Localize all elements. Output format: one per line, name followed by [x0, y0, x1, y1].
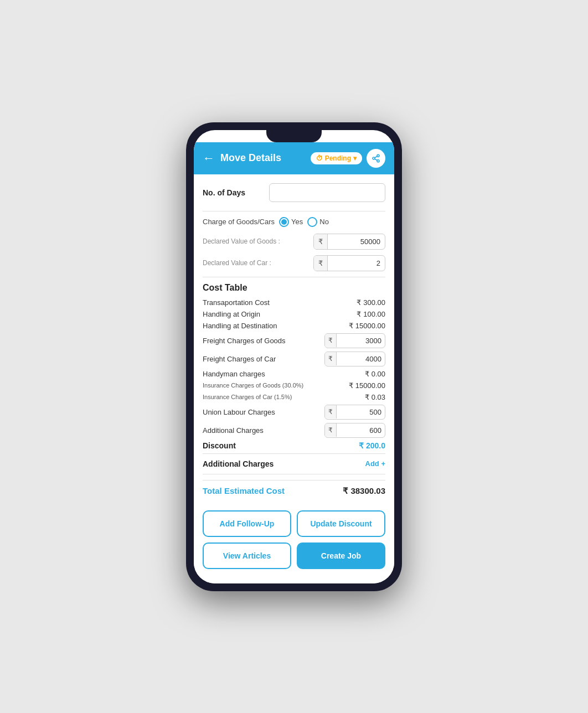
table-row: Handling at Origin ₹ 100.00 [203, 310, 385, 318]
rupee-icon: ₹ [349, 381, 353, 390]
additional-charges-value: 600 [337, 423, 385, 437]
content-area: No. of Days Charge of Goods/Cars Yes No … [194, 174, 394, 583]
header: ← Move Details ⏱ Pending ▾ [194, 142, 394, 174]
rupee-icon: ₹ [325, 352, 337, 365]
yes-label: Yes [291, 218, 303, 226]
total-value: ₹ 38300.03 [343, 486, 385, 496]
declared-goods-value: 50000 [328, 234, 385, 249]
total-row: Total Estimated Cost ₹ 38300.03 [203, 480, 385, 502]
status-label: Pending [325, 154, 351, 162]
back-button[interactable]: ← [203, 151, 215, 166]
cost-label: Freight Charges of Goods [203, 337, 324, 345]
cost-label: Handling at Origin [203, 310, 357, 318]
table-row: Freight Charges of Car ₹ 4000 [203, 352, 385, 366]
currency-symbol-goods: ₹ [314, 234, 328, 249]
freight-goods-value: 3000 [337, 334, 385, 348]
cost-label: Insurance Charges of Car (1.5%) [203, 394, 365, 400]
rupee-icon: ₹ [325, 405, 337, 418]
yes-option[interactable]: Yes [279, 217, 303, 227]
share-button[interactable] [367, 149, 385, 168]
table-row: Transaportation Cost ₹ 300.00 [203, 298, 385, 307]
charge-goods-row: Charge of Goods/Cars Yes No [203, 217, 385, 227]
no-radio[interactable] [307, 217, 317, 227]
cost-label: Handling at Destination [203, 322, 349, 330]
cost-amount: 300.00 [363, 298, 385, 307]
cost-amount: 15000.00 [355, 381, 385, 390]
cost-amount: 100.00 [363, 310, 385, 318]
cost-value: ₹ 300.00 [357, 298, 385, 307]
freight-goods-input[interactable]: ₹ 3000 [324, 333, 385, 348]
table-row: Freight Charges of Goods ₹ 3000 [203, 333, 385, 348]
cost-label: Handyman charges [203, 370, 365, 378]
table-row: Union Labour Charges ₹ 500 [203, 405, 385, 420]
declared-goods-row: Declared Value of Goods : ₹ 50000 [203, 234, 385, 250]
header-right: ⏱ Pending ▾ [311, 149, 385, 168]
cost-value: ₹ 15000.00 [349, 381, 385, 390]
declared-car-input[interactable]: ₹ 2 [313, 255, 385, 271]
yes-radio[interactable] [279, 217, 289, 227]
cost-amount: 0.00 [372, 370, 385, 378]
no-of-days-row: No. of Days [203, 183, 385, 202]
discount-value: ₹ 200.0 [359, 441, 385, 450]
declared-car-label: Declared Value of Car : [203, 259, 271, 267]
declared-car-row: Declared Value of Car : ₹ 2 [203, 255, 385, 271]
svg-line-4 [375, 156, 378, 158]
create-job-button[interactable]: Create Job [297, 542, 385, 569]
rupee-icon: ₹ [325, 334, 337, 347]
table-row: Handyman charges ₹ 0.00 [203, 370, 385, 378]
notch [266, 130, 322, 142]
update-discount-button[interactable]: Update Discount [297, 510, 385, 537]
table-row: Insurance Charges of Car (1.5%) ₹ 0.03 [203, 393, 385, 401]
cost-label: Insurance Charges of Goods (30.0%) [203, 382, 349, 389]
table-row: Insurance Charges of Goods (30.0%) ₹ 150… [203, 381, 385, 390]
discount-label: Discount [203, 441, 236, 450]
union-labour-input[interactable]: ₹ 500 [324, 405, 385, 420]
status-badge[interactable]: ⏱ Pending ▾ [311, 152, 362, 164]
table-row: Handling at Destination ₹ 15000.00 [203, 322, 385, 330]
rupee-icon: ₹ [365, 370, 369, 378]
cost-value: ₹ 100.00 [357, 310, 385, 318]
add-followup-button[interactable]: Add Follow-Up [203, 510, 291, 537]
currency-symbol-car: ₹ [314, 256, 328, 271]
declared-goods-label: Declared Value of Goods : [203, 237, 280, 245]
cost-label: Additional Charges [203, 426, 324, 435]
cost-value: ₹ 0.00 [365, 370, 385, 378]
rupee-icon: ₹ [357, 310, 361, 318]
declared-goods-input[interactable]: ₹ 50000 [313, 234, 385, 250]
phone-frame: ← Move Details ⏱ Pending ▾ [186, 122, 402, 591]
add-button[interactable]: Add + [365, 459, 385, 468]
chevron-down-icon: ▾ [353, 154, 357, 162]
cost-label: Transaportation Cost [203, 298, 357, 307]
phone-screen: ← Move Details ⏱ Pending ▾ [194, 130, 394, 583]
table-row: Additional Charges ₹ 600 [203, 423, 385, 438]
svg-line-3 [375, 159, 378, 161]
freight-car-input[interactable]: ₹ 4000 [324, 352, 385, 366]
rupee-icon: ₹ [365, 393, 369, 401]
declared-car-value: 2 [328, 256, 385, 271]
no-label: No [319, 218, 329, 226]
additional-charges-input[interactable]: ₹ 600 [324, 423, 385, 438]
union-labour-value: 500 [337, 405, 385, 419]
charge-goods-label: Charge of Goods/Cars [203, 218, 275, 226]
cost-value: ₹ 0.03 [365, 393, 385, 401]
rupee-icon: ₹ [325, 423, 337, 437]
page-title: Move Details [220, 152, 281, 164]
additional-charges-section: Additional Charges Add + [203, 453, 385, 474]
cost-label: Union Labour Charges [203, 408, 324, 416]
cost-value: ₹ 15000.00 [349, 322, 385, 330]
cost-table-title: Cost Table [203, 283, 385, 293]
total-label: Total Estimated Cost [203, 486, 285, 495]
no-of-days-label: No. of Days [203, 188, 264, 197]
rupee-icon: ₹ [357, 298, 361, 307]
rupee-icon: ₹ [349, 322, 353, 330]
discount-row: Discount ₹ 200.0 [203, 441, 385, 450]
cost-amount: 0.03 [372, 393, 385, 401]
cost-amount: 15000.00 [355, 322, 385, 330]
no-option[interactable]: No [307, 217, 329, 227]
cost-label: Freight Charges of Car [203, 355, 324, 363]
view-articles-button[interactable]: View Articles [203, 542, 291, 569]
no-of-days-input[interactable] [269, 183, 385, 202]
divider-2 [203, 277, 385, 277]
header-left: ← Move Details [203, 151, 281, 166]
action-buttons: Add Follow-Up Update Discount View Artic… [203, 510, 385, 575]
